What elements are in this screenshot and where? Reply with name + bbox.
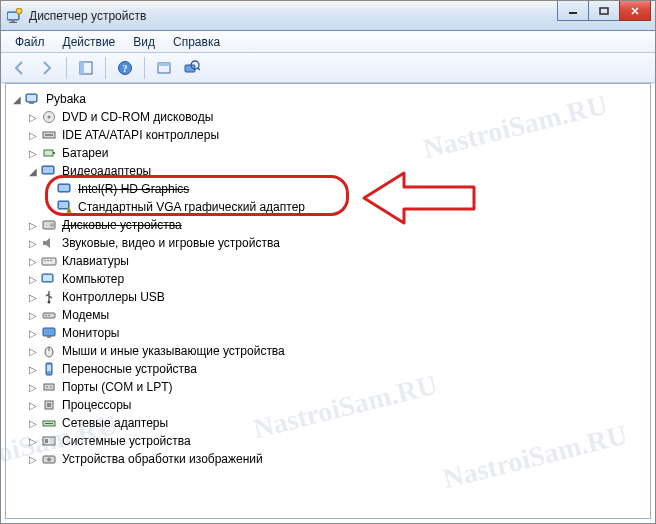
disclosure-closed-icon[interactable]: ▷ (28, 148, 38, 158)
disclosure-closed-icon[interactable]: ▷ (28, 112, 38, 122)
tree-item-processors[interactable]: ▷ Процессоры (26, 396, 646, 414)
disclosure-closed-icon[interactable]: ▷ (28, 454, 38, 464)
app-icon (7, 8, 23, 24)
svg-rect-6 (600, 8, 608, 14)
disclosure-closed-icon[interactable]: ▷ (28, 346, 38, 356)
tree-item-disk-devices[interactable]: ▷ Дисковые устройства (26, 216, 646, 234)
disclosure-closed-icon[interactable]: ▷ (28, 418, 38, 428)
port-icon (41, 379, 57, 395)
menubar: Файл Действие Вид Справка (1, 31, 655, 53)
system-device-icon (41, 433, 57, 449)
tree-item-vga-adapter[interactable]: ▷ Стандартный VGA графическ (42, 198, 646, 216)
tree-item-label: Intel(R) HD Graphics (76, 182, 191, 196)
tree-item-label: IDE ATA/ATAPI контроллеры (60, 128, 221, 142)
tree-item-batteries[interactable]: ▷ Батареи (26, 144, 646, 162)
display-adapter-icon (41, 163, 57, 179)
disclosure-open-icon[interactable]: ◢ (28, 166, 38, 176)
disclosure-closed-icon[interactable]: ▷ (28, 364, 38, 374)
disk-icon (41, 217, 57, 233)
svg-rect-3 (9, 22, 17, 23)
disc-drive-icon (41, 109, 57, 125)
tree-item-keyboards[interactable]: ▷ Клавиатуры (26, 252, 646, 270)
tree-root-label: Pybaka (44, 92, 88, 106)
disclosure-closed-icon[interactable]: ▷ (28, 382, 38, 392)
disclosure-closed-icon[interactable]: ▷ (28, 310, 38, 320)
disclosure-closed-icon[interactable]: ▷ (28, 328, 38, 338)
tree-item-ide[interactable]: ▷ IDE ATA/ATAPI контроллеры (26, 126, 646, 144)
tree-item-monitors[interactable]: ▷ Мониторы (26, 324, 646, 342)
tree-item-dvd[interactable]: ▷ DVD и CD-ROM дисководы (26, 108, 646, 126)
disclosure-closed-icon[interactable]: ▷ (28, 292, 38, 302)
keyboard-icon (41, 253, 57, 269)
minimize-button[interactable] (557, 1, 589, 21)
tree-item-portable[interactable]: ▷ Переносные устройства (26, 360, 646, 378)
tree-item-sound[interactable]: ▷ Звуковые, видео и игровые устройства (26, 234, 646, 252)
tree-item-ports[interactable]: ▷ Порты (COM и LPT) (26, 378, 646, 396)
tree-item-label: DVD и CD-ROM дисководы (60, 110, 215, 124)
svg-point-52 (46, 386, 48, 388)
svg-point-41 (48, 301, 51, 304)
device-tree[interactable]: ◢ Pybaka ▷ DVD и CD-ROM дисководы ▷ IDE … (10, 90, 646, 468)
tree-item-label: Мыши и иные указывающие устройства (60, 344, 287, 358)
tree-item-label: Компьютер (60, 272, 126, 286)
tree-item-modems[interactable]: ▷ Модемы (26, 306, 646, 324)
tree-item-network[interactable]: ▷ Сетевые адаптеры (26, 414, 646, 432)
menu-file[interactable]: Файл (7, 33, 53, 51)
tree-item-usb[interactable]: ▷ Контроллеры USB (26, 288, 646, 306)
tree-item-imaging[interactable]: ▷ Устройства обработки изображений (26, 450, 646, 468)
svg-rect-28 (59, 185, 69, 191)
tree-item-label: Стандартный VGA графический адаптер (76, 200, 307, 214)
svg-rect-23 (44, 150, 53, 156)
tree-item-mice[interactable]: ▷ Мыши и иные указывающие устройства (26, 342, 646, 360)
toolbar-separator (66, 57, 67, 79)
help-button[interactable]: ? (113, 56, 137, 80)
disclosure-closed-icon[interactable]: ▷ (28, 130, 38, 140)
tree-item-label: Звуковые, видео и игровые устройства (60, 236, 282, 250)
show-hide-tree-button[interactable] (74, 56, 98, 80)
tree-root[interactable]: ◢ Pybaka (10, 90, 646, 108)
svg-rect-12 (158, 63, 170, 66)
disclosure-closed-icon[interactable]: ▷ (28, 274, 38, 284)
device-tree-pane[interactable]: ◢ Pybaka ▷ DVD и CD-ROM дисководы ▷ IDE … (5, 83, 651, 519)
tree-item-intel-hd[interactable]: ▷ Intel(R) HD Graphics (42, 180, 646, 198)
svg-rect-46 (47, 336, 51, 338)
tree-item-label: Устройства обработки изображений (60, 452, 265, 466)
maximize-button[interactable] (588, 1, 620, 21)
tree-item-label: Модемы (60, 308, 111, 322)
svg-rect-31 (68, 210, 69, 213)
disclosure-closed-icon[interactable]: ▷ (28, 256, 38, 266)
svg-rect-5 (569, 12, 577, 14)
svg-point-61 (47, 458, 51, 462)
svg-rect-35 (42, 258, 56, 265)
svg-rect-8 (80, 62, 84, 74)
disclosure-open-icon[interactable]: ◢ (12, 94, 22, 104)
usb-icon (41, 289, 57, 305)
disclosure-closed-icon[interactable]: ▷ (28, 238, 38, 248)
svg-rect-45 (43, 328, 55, 336)
tree-item-label: Контроллеры USB (60, 290, 167, 304)
disclosure-closed-icon[interactable]: ▷ (28, 220, 38, 230)
scan-hardware-button[interactable] (152, 56, 176, 80)
menu-action[interactable]: Действие (55, 33, 124, 51)
disclosure-closed-icon[interactable]: ▷ (28, 400, 38, 410)
svg-rect-51 (44, 384, 54, 390)
menu-help[interactable]: Справка (165, 33, 228, 51)
svg-rect-50 (47, 365, 51, 371)
tree-item-label: Видеоадаптеры (60, 164, 153, 178)
tree-item-video-adapters[interactable]: ◢ Видеоадаптеры (26, 162, 646, 180)
portable-device-icon (41, 361, 57, 377)
window-controls (557, 1, 651, 21)
display-adapter-icon (57, 181, 73, 197)
forward-button[interactable] (35, 56, 59, 80)
scan-changes-button[interactable] (180, 56, 204, 80)
battery-icon (41, 145, 57, 161)
processor-icon (41, 397, 57, 413)
back-button[interactable] (7, 56, 31, 80)
tree-item-system[interactable]: ▷ Системные устройства (26, 432, 646, 450)
svg-point-44 (48, 315, 50, 317)
disclosure-closed-icon[interactable]: ▷ (28, 436, 38, 446)
tree-item-computer[interactable]: ▷ Компьютер (26, 270, 646, 288)
close-button[interactable] (619, 1, 651, 21)
menu-view[interactable]: Вид (125, 33, 163, 51)
svg-point-43 (45, 315, 47, 317)
